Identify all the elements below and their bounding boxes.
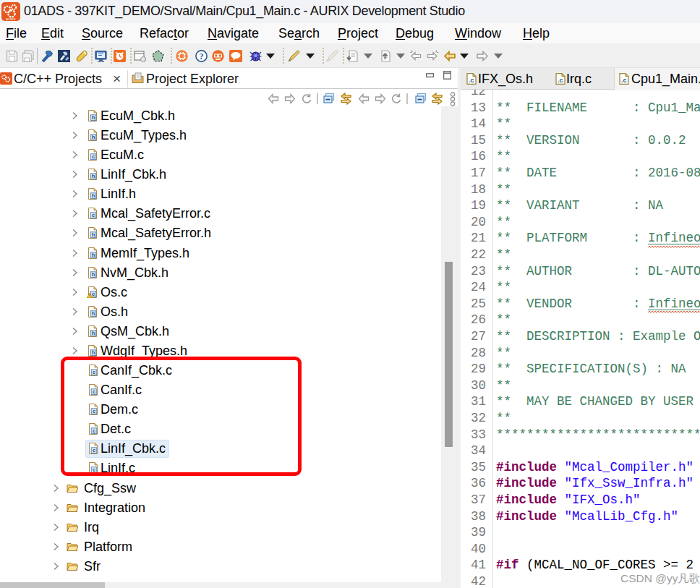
svg-text:c: c bbox=[92, 153, 95, 160]
svg-text:h: h bbox=[92, 193, 95, 200]
svg-text:.c: .c bbox=[558, 77, 563, 84]
svg-text:h: h bbox=[92, 330, 95, 336]
svg-text:AURIX: AURIX bbox=[6, 17, 15, 21]
svg-text:h: h bbox=[92, 173, 95, 179]
svg-text:.c: .c bbox=[621, 77, 627, 84]
svg-text:h: h bbox=[92, 134, 95, 140]
svg-text:h: h bbox=[92, 232, 95, 239]
svg-text:h: h bbox=[92, 349, 95, 356]
svg-text:.c: .c bbox=[469, 77, 474, 84]
svg-text:h: h bbox=[92, 271, 95, 278]
svg-text:h: h bbox=[92, 114, 95, 121]
svg-text:h: h bbox=[92, 310, 95, 317]
svg-text:c: c bbox=[92, 213, 95, 219]
svg-text:c: c bbox=[92, 291, 95, 297]
svg-text:h: h bbox=[92, 252, 95, 258]
svg-text:?: ? bbox=[200, 51, 204, 61]
